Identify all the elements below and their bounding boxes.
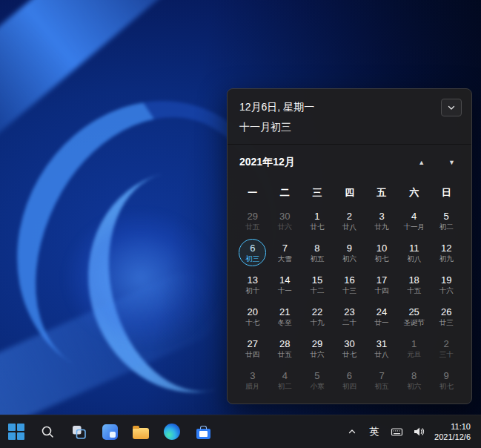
calendar-day[interactable]: 5小寒 <box>301 364 334 396</box>
calendar-day[interactable]: 19十六 <box>430 269 462 300</box>
touch-keyboard-button[interactable] <box>387 419 406 444</box>
overlapping-windows-icon <box>71 424 87 440</box>
weekday-header-row: 一二三四五六日 <box>228 175 471 203</box>
file-explorer-button[interactable] <box>126 417 156 447</box>
calendar-day[interactable]: 3廿九 <box>365 205 398 237</box>
calendar-day[interactable]: 24廿一 <box>365 300 398 332</box>
calendar-day[interactable]: 27廿四 <box>236 332 269 364</box>
weekday-label: 四 <box>334 184 366 202</box>
calendar-day[interactable]: 8初六 <box>398 364 431 396</box>
calendar-day[interactable]: 8初五 <box>301 237 334 269</box>
caret-down-icon: ▼ <box>448 159 455 166</box>
calendar-day[interactable]: 1廿七 <box>301 205 334 237</box>
speaker-icon <box>413 426 425 438</box>
calendar-day[interactable]: 29廿六 <box>301 332 334 364</box>
calendar-day[interactable]: 25圣诞节 <box>398 300 431 332</box>
caret-up-icon: ▲ <box>418 159 425 166</box>
calendar-grid: 29廿五30廿六1廿七2廿八3廿九4十一月5初二6初三7大雪8初五9初六10初七… <box>228 203 471 403</box>
search-button[interactable] <box>33 417 62 447</box>
chevron-down-icon <box>447 103 456 112</box>
clock-time: 11:10 <box>451 421 471 432</box>
calendar-day[interactable]: 11初八 <box>398 237 431 269</box>
calendar-collapse-button[interactable] <box>441 99 462 116</box>
calendar-day[interactable]: 22十九 <box>301 300 334 332</box>
calendar-flyout: 12月6日, 星期一 十一月初三 2021年12月 ▲ ▼ 一二三四五六日 29… <box>227 88 472 404</box>
weekday-label: 三 <box>301 184 334 202</box>
calendar-day[interactable]: 26廿三 <box>430 300 462 332</box>
chevron-up-icon <box>348 427 356 436</box>
edge-swirl-icon <box>164 424 180 440</box>
calendar-day-today[interactable]: 6初三 <box>236 237 269 269</box>
widgets-board-icon <box>102 424 118 440</box>
calendar-day[interactable]: 29廿五 <box>236 205 269 237</box>
weekday-label: 一 <box>236 184 269 202</box>
calendar-day[interactable]: 15十二 <box>301 269 334 300</box>
calendar-day[interactable]: 9初六 <box>334 237 366 269</box>
weekday-label: 六 <box>398 184 431 202</box>
desktop: 12月6日, 星期一 十一月初三 2021年12月 ▲ ▼ 一二三四五六日 29… <box>0 0 481 448</box>
ime-language-button[interactable]: 英 <box>365 419 384 444</box>
calendar-day[interactable]: 16十三 <box>334 269 366 300</box>
calendar-day[interactable]: 14十一 <box>269 269 302 300</box>
shopping-bag-icon <box>196 429 210 439</box>
clock[interactable]: 11:10 2021/12/6 <box>431 419 474 444</box>
taskbar-app-icons <box>0 417 218 447</box>
keyboard-icon <box>391 426 403 438</box>
folder-icon <box>133 428 149 439</box>
calendar-day[interactable]: 6初四 <box>334 364 366 396</box>
calendar-day[interactable]: 7初五 <box>365 364 398 396</box>
weekday-label: 二 <box>269 184 302 202</box>
weekday-label: 日 <box>430 184 462 202</box>
month-nav-arrows: ▲ ▼ <box>415 157 458 169</box>
calendar-day[interactable]: 30廿七 <box>334 332 366 364</box>
calendar-day[interactable]: 13初十 <box>236 269 269 300</box>
next-month-button[interactable]: ▼ <box>445 157 458 169</box>
calendar-day[interactable]: 23二十 <box>334 300 366 332</box>
calendar-day[interactable]: 5初二 <box>430 205 462 237</box>
calendar-day[interactable]: 28廿五 <box>269 332 302 364</box>
task-view-button[interactable] <box>64 417 93 447</box>
calendar-day[interactable]: 30廿六 <box>269 205 302 237</box>
calendar-day[interactable]: 4十一月 <box>398 205 431 237</box>
calendar-day[interactable]: 10初七 <box>365 237 398 269</box>
windows-logo-icon <box>8 424 24 440</box>
weekday-label: 五 <box>365 184 398 202</box>
prev-month-button[interactable]: ▲ <box>415 157 428 169</box>
widgets-button[interactable] <box>95 417 125 447</box>
calendar-day[interactable]: 2廿八 <box>334 205 366 237</box>
calendar-day[interactable]: 4初二 <box>269 364 302 396</box>
calendar-day[interactable]: 18十五 <box>398 269 431 300</box>
hidden-icons-button[interactable] <box>342 419 362 444</box>
month-title: 2021年12月 <box>239 156 295 169</box>
taskbar: 英 11:10 2021/12/6 <box>0 415 481 448</box>
clock-date: 2021/12/6 <box>434 432 471 442</box>
calendar-day[interactable]: 1元旦 <box>398 332 431 364</box>
volume-button[interactable] <box>409 419 428 444</box>
calendar-day[interactable]: 7大雪 <box>269 237 302 269</box>
calendar-day[interactable]: 3腊月 <box>236 364 269 396</box>
taskbar-tray: 英 11:10 2021/12/6 <box>342 419 481 444</box>
selected-lunar-label: 十一月初三 <box>239 121 460 134</box>
month-navigation: 2021年12月 ▲ ▼ <box>228 145 471 175</box>
ime-language-label: 英 <box>370 425 379 438</box>
calendar-day[interactable]: 17十四 <box>365 269 398 300</box>
calendar-day[interactable]: 9初七 <box>430 364 462 396</box>
start-button[interactable] <box>1 417 31 447</box>
selected-date-label: 12月6日, 星期一 <box>239 101 460 113</box>
calendar-day[interactable]: 31廿八 <box>365 332 398 364</box>
magnifier-icon <box>40 424 55 439</box>
edge-button[interactable] <box>157 417 187 447</box>
store-button[interactable] <box>188 417 218 447</box>
calendar-day[interactable]: 2三十 <box>430 332 462 364</box>
calendar-day[interactable]: 20十七 <box>236 300 269 332</box>
calendar-day[interactable]: 12初九 <box>430 237 462 269</box>
calendar-header: 12月6日, 星期一 十一月初三 <box>228 89 471 144</box>
calendar-day[interactable]: 21冬至 <box>269 300 302 332</box>
